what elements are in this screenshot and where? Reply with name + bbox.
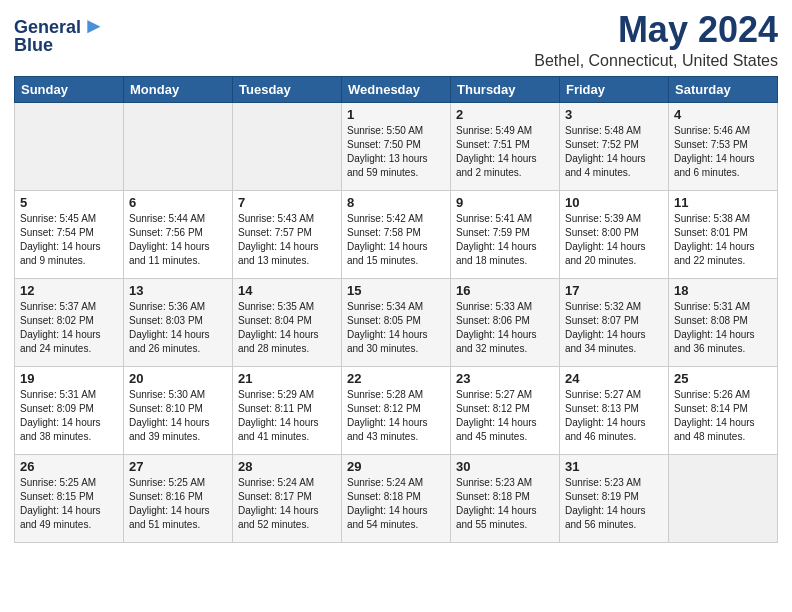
col-sunday: Sunday [15,76,124,102]
day-info: Sunrise: 5:30 AMSunset: 8:10 PMDaylight:… [129,388,227,444]
day-number: 4 [674,107,772,122]
calendar-cell: 26Sunrise: 5:25 AMSunset: 8:15 PMDayligh… [15,454,124,542]
calendar-cell: 30Sunrise: 5:23 AMSunset: 8:18 PMDayligh… [451,454,560,542]
day-number: 12 [20,283,118,298]
header: General► Blue May 2024 Bethel, Connectic… [14,10,778,70]
day-info: Sunrise: 5:27 AMSunset: 8:13 PMDaylight:… [565,388,663,444]
day-number: 22 [347,371,445,386]
day-number: 29 [347,459,445,474]
day-number: 8 [347,195,445,210]
day-number: 13 [129,283,227,298]
calendar-cell: 25Sunrise: 5:26 AMSunset: 8:14 PMDayligh… [669,366,778,454]
day-info: Sunrise: 5:35 AMSunset: 8:04 PMDaylight:… [238,300,336,356]
day-info: Sunrise: 5:27 AMSunset: 8:12 PMDaylight:… [456,388,554,444]
day-info: Sunrise: 5:36 AMSunset: 8:03 PMDaylight:… [129,300,227,356]
day-number: 6 [129,195,227,210]
calendar-week-3: 12Sunrise: 5:37 AMSunset: 8:02 PMDayligh… [15,278,778,366]
day-number: 5 [20,195,118,210]
title-section: May 2024 Bethel, Connecticut, United Sta… [534,10,778,70]
calendar-cell: 19Sunrise: 5:31 AMSunset: 8:09 PMDayligh… [15,366,124,454]
day-info: Sunrise: 5:23 AMSunset: 8:19 PMDaylight:… [565,476,663,532]
day-info: Sunrise: 5:34 AMSunset: 8:05 PMDaylight:… [347,300,445,356]
location-title: Bethel, Connecticut, United States [534,52,778,70]
day-number: 26 [20,459,118,474]
calendar-week-5: 26Sunrise: 5:25 AMSunset: 8:15 PMDayligh… [15,454,778,542]
calendar-cell: 13Sunrise: 5:36 AMSunset: 8:03 PMDayligh… [124,278,233,366]
day-number: 14 [238,283,336,298]
day-info: Sunrise: 5:44 AMSunset: 7:56 PMDaylight:… [129,212,227,268]
month-title: May 2024 [534,10,778,50]
col-friday: Friday [560,76,669,102]
day-info: Sunrise: 5:32 AMSunset: 8:07 PMDaylight:… [565,300,663,356]
calendar-cell: 20Sunrise: 5:30 AMSunset: 8:10 PMDayligh… [124,366,233,454]
calendar-cell: 7Sunrise: 5:43 AMSunset: 7:57 PMDaylight… [233,190,342,278]
calendar-cell: 2Sunrise: 5:49 AMSunset: 7:51 PMDaylight… [451,102,560,190]
day-info: Sunrise: 5:38 AMSunset: 8:01 PMDaylight:… [674,212,772,268]
calendar-week-2: 5Sunrise: 5:45 AMSunset: 7:54 PMDaylight… [15,190,778,278]
logo-blue: Blue [14,35,53,55]
day-number: 31 [565,459,663,474]
calendar-cell: 6Sunrise: 5:44 AMSunset: 7:56 PMDaylight… [124,190,233,278]
day-number: 15 [347,283,445,298]
calendar-cell: 12Sunrise: 5:37 AMSunset: 8:02 PMDayligh… [15,278,124,366]
calendar-cell: 1Sunrise: 5:50 AMSunset: 7:50 PMDaylight… [342,102,451,190]
logo-text: General► Blue [14,14,105,56]
calendar-cell: 11Sunrise: 5:38 AMSunset: 8:01 PMDayligh… [669,190,778,278]
calendar-cell: 31Sunrise: 5:23 AMSunset: 8:19 PMDayligh… [560,454,669,542]
calendar-cell [124,102,233,190]
header-row: Sunday Monday Tuesday Wednesday Thursday… [15,76,778,102]
day-number: 23 [456,371,554,386]
col-thursday: Thursday [451,76,560,102]
calendar-cell: 10Sunrise: 5:39 AMSunset: 8:00 PMDayligh… [560,190,669,278]
calendar-cell: 18Sunrise: 5:31 AMSunset: 8:08 PMDayligh… [669,278,778,366]
day-info: Sunrise: 5:31 AMSunset: 8:08 PMDaylight:… [674,300,772,356]
calendar-cell [669,454,778,542]
day-info: Sunrise: 5:33 AMSunset: 8:06 PMDaylight:… [456,300,554,356]
calendar-cell: 22Sunrise: 5:28 AMSunset: 8:12 PMDayligh… [342,366,451,454]
day-number: 16 [456,283,554,298]
calendar-cell: 14Sunrise: 5:35 AMSunset: 8:04 PMDayligh… [233,278,342,366]
day-info: Sunrise: 5:42 AMSunset: 7:58 PMDaylight:… [347,212,445,268]
day-number: 27 [129,459,227,474]
col-tuesday: Tuesday [233,76,342,102]
calendar-cell: 21Sunrise: 5:29 AMSunset: 8:11 PMDayligh… [233,366,342,454]
day-info: Sunrise: 5:41 AMSunset: 7:59 PMDaylight:… [456,212,554,268]
calendar-cell: 15Sunrise: 5:34 AMSunset: 8:05 PMDayligh… [342,278,451,366]
day-info: Sunrise: 5:31 AMSunset: 8:09 PMDaylight:… [20,388,118,444]
day-info: Sunrise: 5:46 AMSunset: 7:53 PMDaylight:… [674,124,772,180]
day-info: Sunrise: 5:50 AMSunset: 7:50 PMDaylight:… [347,124,445,180]
col-wednesday: Wednesday [342,76,451,102]
calendar-week-1: 1Sunrise: 5:50 AMSunset: 7:50 PMDaylight… [15,102,778,190]
day-info: Sunrise: 5:43 AMSunset: 7:57 PMDaylight:… [238,212,336,268]
day-info: Sunrise: 5:25 AMSunset: 8:15 PMDaylight:… [20,476,118,532]
calendar-cell: 27Sunrise: 5:25 AMSunset: 8:16 PMDayligh… [124,454,233,542]
calendar-cell: 8Sunrise: 5:42 AMSunset: 7:58 PMDaylight… [342,190,451,278]
day-number: 30 [456,459,554,474]
day-number: 1 [347,107,445,122]
calendar-cell: 24Sunrise: 5:27 AMSunset: 8:13 PMDayligh… [560,366,669,454]
calendar-cell [15,102,124,190]
calendar-cell: 23Sunrise: 5:27 AMSunset: 8:12 PMDayligh… [451,366,560,454]
day-info: Sunrise: 5:24 AMSunset: 8:17 PMDaylight:… [238,476,336,532]
day-number: 7 [238,195,336,210]
day-number: 28 [238,459,336,474]
day-info: Sunrise: 5:26 AMSunset: 8:14 PMDaylight:… [674,388,772,444]
calendar-cell: 16Sunrise: 5:33 AMSunset: 8:06 PMDayligh… [451,278,560,366]
logo-general: General [14,17,81,37]
day-info: Sunrise: 5:39 AMSunset: 8:00 PMDaylight:… [565,212,663,268]
calendar-table: Sunday Monday Tuesday Wednesday Thursday… [14,76,778,543]
day-number: 2 [456,107,554,122]
calendar-week-4: 19Sunrise: 5:31 AMSunset: 8:09 PMDayligh… [15,366,778,454]
day-info: Sunrise: 5:45 AMSunset: 7:54 PMDaylight:… [20,212,118,268]
col-saturday: Saturday [669,76,778,102]
page-container: General► Blue May 2024 Bethel, Connectic… [0,0,792,553]
day-number: 17 [565,283,663,298]
day-number: 10 [565,195,663,210]
day-number: 20 [129,371,227,386]
day-info: Sunrise: 5:48 AMSunset: 7:52 PMDaylight:… [565,124,663,180]
day-info: Sunrise: 5:24 AMSunset: 8:18 PMDaylight:… [347,476,445,532]
calendar-cell: 29Sunrise: 5:24 AMSunset: 8:18 PMDayligh… [342,454,451,542]
day-number: 24 [565,371,663,386]
calendar-cell [233,102,342,190]
day-number: 11 [674,195,772,210]
